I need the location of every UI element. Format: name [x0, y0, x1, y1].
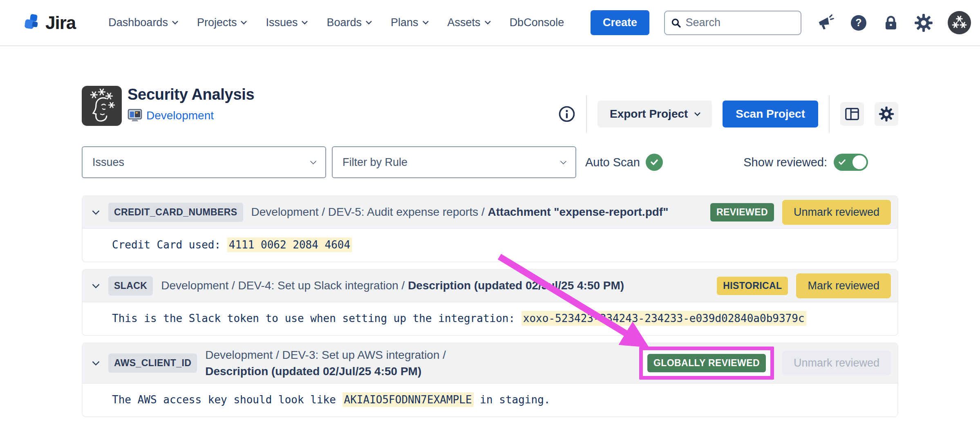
- finding-text: Credit Card used:: [112, 239, 227, 251]
- show-reviewed-label: Show reviewed:: [743, 156, 827, 169]
- auto-scan-label: Auto Scan: [585, 156, 640, 169]
- chevron-down-icon: [422, 18, 429, 25]
- create-button[interactable]: Create: [591, 10, 649, 35]
- chevron-down-icon: [241, 18, 247, 25]
- nav-menu-item-label: Dashboards: [108, 16, 168, 29]
- top-nav: Jira Dashboards Projects Issues Boards P…: [0, 0, 980, 46]
- divider: [586, 95, 587, 133]
- export-project-label: Export Project: [610, 107, 688, 121]
- nav-menu-item[interactable]: Boards: [327, 16, 371, 29]
- lock-icon[interactable]: [882, 14, 899, 32]
- chevron-down-icon: [366, 18, 372, 25]
- rule-badge: CREDIT_CARD_NUMBERS: [108, 203, 243, 222]
- finding-text-suffix: in staging.: [474, 394, 550, 406]
- auto-scan-status: Auto Scan: [585, 146, 663, 178]
- toggle-knob: [852, 155, 866, 169]
- chevron-down-icon: [560, 158, 567, 164]
- nav-menu-item-label: DbConsole: [510, 16, 564, 29]
- project-avatar: [82, 86, 122, 126]
- nav-menu: Dashboards Projects Issues Boards Plans …: [108, 16, 564, 29]
- chevron-down-icon[interactable]: [92, 282, 100, 290]
- status-badge: GLOBALLY REVIEWED: [647, 354, 766, 372]
- rule-badge: AWS_CLIENT_ID: [108, 353, 197, 373]
- search-box[interactable]: [664, 11, 801, 35]
- help-icon[interactable]: ?: [850, 14, 868, 32]
- project-settings-button[interactable]: [875, 102, 898, 126]
- nav-menu-item[interactable]: Plans: [391, 16, 428, 29]
- review-toggle-button[interactable]: Unmark reviewed: [782, 200, 891, 225]
- finding-content: Credit Card used: 4111 0062 2084 4604: [83, 228, 897, 262]
- divider: [829, 95, 830, 133]
- nav-menu-item-label: Plans: [391, 16, 418, 29]
- chevron-down-icon: [172, 18, 179, 25]
- annotation-highlight-box: GLOBALLY REVIEWED: [639, 347, 774, 380]
- finding-header: SLACK Development / DEV-4: Set up Slack …: [83, 270, 897, 302]
- nav-menu-item[interactable]: Dashboards: [108, 16, 177, 29]
- finding-breadcrumb: Development / DEV-4: Set up Slack integr…: [161, 277, 624, 294]
- chevron-down-icon: [694, 110, 701, 116]
- finding-row: SLACK Development / DEV-4: Set up Slack …: [82, 269, 898, 336]
- chevron-down-icon: [484, 18, 491, 25]
- nav-menu-item-label: Issues: [266, 16, 298, 29]
- page-title: Security Analysis: [128, 86, 254, 103]
- annotation-highlight-box: REVIEWED: [710, 203, 774, 221]
- detected-secret: 4111 0062 2084 4604: [227, 237, 352, 252]
- review-toggle-button: Unmark reviewed: [782, 351, 891, 376]
- filter-bar: Issues Filter by Rule Auto Scan Show rev…: [82, 146, 898, 179]
- issues-select[interactable]: Issues: [82, 146, 326, 178]
- layout-view-button[interactable]: [840, 102, 864, 126]
- status-badge: REVIEWED: [710, 203, 774, 221]
- finding-text: The AWS access key should look like: [112, 394, 342, 406]
- chevron-down-icon: [302, 18, 308, 25]
- chevron-down-icon[interactable]: [92, 359, 100, 367]
- finding-row: CREDIT_CARD_NUMBERS Development / DEV-5:…: [82, 195, 898, 262]
- nav-menu-item[interactable]: Projects: [197, 16, 246, 29]
- review-toggle-button[interactable]: Mark reviewed: [796, 273, 891, 298]
- settings-gear-icon[interactable]: [914, 13, 933, 32]
- project-monitor-icon: [128, 108, 142, 123]
- layout-icon: [844, 106, 860, 122]
- detected-secret: AKIAIO5FODNN7EXAMPLE: [342, 392, 474, 407]
- jira-logo-text: Jira: [45, 13, 76, 33]
- nav-menu-item[interactable]: Assets: [447, 16, 490, 29]
- finding-content: This is the Slack token to use when sett…: [83, 302, 897, 335]
- nav-menu-item[interactable]: Issues: [266, 16, 307, 29]
- announcements-icon[interactable]: [816, 13, 835, 32]
- svg-text:?: ?: [855, 17, 861, 28]
- detected-secret: xoxo-523423-234243-234233-e039d02840a0b9…: [521, 311, 806, 326]
- nav-menu-item-label: Boards: [327, 16, 362, 29]
- finding-header: CREDIT_CARD_NUMBERS Development / DEV-5:…: [83, 196, 897, 228]
- search-icon: [671, 17, 681, 29]
- rule-filter-select[interactable]: Filter by Rule: [332, 146, 576, 178]
- findings-list: CREDIT_CARD_NUMBERS Development / DEV-5:…: [82, 195, 898, 424]
- gear-icon: [879, 106, 894, 122]
- finding-row: AWS_CLIENT_ID Development / DEV-3: Set u…: [82, 342, 898, 417]
- export-project-button[interactable]: Export Project: [597, 101, 712, 128]
- annotation-highlight-box: HISTORICAL: [717, 277, 788, 295]
- nav-menu-item[interactable]: DbConsole: [510, 16, 564, 29]
- rule-filter-value: Filter by Rule: [342, 156, 407, 169]
- finding-text: This is the Slack token to use when sett…: [112, 312, 521, 324]
- jira-logo-icon: [22, 13, 41, 32]
- info-icon[interactable]: [558, 105, 575, 123]
- finding-header: AWS_CLIENT_ID Development / DEV-3: Set u…: [83, 343, 897, 383]
- scan-project-button[interactable]: Scan Project: [723, 101, 818, 128]
- auto-scan-check-icon: [646, 154, 663, 171]
- nav-menu-item-label: Assets: [447, 16, 481, 29]
- search-input[interactable]: [685, 16, 795, 29]
- status-badge: HISTORICAL: [717, 277, 788, 295]
- project-breadcrumb-link[interactable]: Development: [146, 109, 214, 122]
- chevron-down-icon[interactable]: [92, 208, 100, 217]
- user-avatar[interactable]: [948, 11, 971, 34]
- chevron-down-icon: [310, 158, 317, 164]
- show-reviewed-toggle[interactable]: [834, 154, 868, 171]
- jira-logo[interactable]: Jira: [22, 13, 76, 33]
- rule-badge: SLACK: [108, 276, 153, 295]
- page-header: Security Analysis Development Export Pro…: [82, 85, 898, 127]
- finding-content: The AWS access key should look like AKIA…: [83, 383, 897, 416]
- nav-right: Create ?: [591, 10, 971, 35]
- nav-menu-item-label: Projects: [197, 16, 237, 29]
- issues-select-value: Issues: [92, 156, 124, 169]
- finding-breadcrumb: Development / DEV-3: Set up AWS integrat…: [205, 347, 446, 380]
- finding-breadcrumb: Development / DEV-5: Audit expense repor…: [251, 204, 669, 220]
